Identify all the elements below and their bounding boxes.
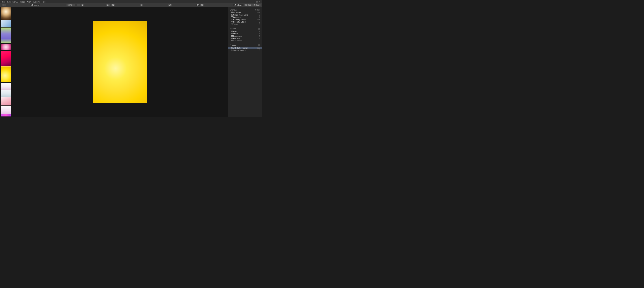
zoom-dropdown[interactable]: ▾: [73, 4, 75, 6]
trash-icon: [230, 23, 233, 25]
expand-arrow[interactable]: ▸: [229, 19, 230, 20]
menu-library[interactable]: Library: [12, 1, 19, 3]
expand-arrow[interactable]: ▸: [229, 50, 230, 51]
svg-rect-24: [231, 33, 232, 34]
album-item[interactable]: Macro1: [228, 32, 262, 35]
zoom-out-button[interactable]: [77, 4, 80, 6]
album-item[interactable]: Portraits4: [228, 37, 262, 39]
preview-toggle-button[interactable]: [106, 4, 110, 6]
main-image: [93, 21, 147, 103]
row-count: 1: [259, 30, 260, 32]
svg-rect-3: [197, 4, 198, 5]
shortcut-item[interactable]: ▸Recently Added345: [228, 18, 262, 21]
row-label: Favorites: [233, 16, 259, 18]
thumbnail[interactable]: [1, 97, 11, 106]
svg-point-21: [232, 21, 232, 22]
add-button[interactable]: [2, 4, 6, 6]
svg-rect-16: [232, 12, 232, 13]
thumbnail[interactable]: [1, 44, 11, 50]
menu-edit[interactable]: Edit: [6, 1, 12, 3]
expand-arrow[interactable]: ▸: [229, 12, 230, 13]
svg-point-10: [246, 5, 246, 5]
minimize-button[interactable]: —: [253, 1, 255, 3]
svg-rect-5: [197, 5, 198, 6]
add-folder-button[interactable]: +: [258, 44, 260, 46]
svg-point-9: [246, 4, 246, 5]
add-album-button[interactable]: +: [258, 28, 260, 30]
export-button[interactable]: [168, 4, 172, 6]
grid-icon: [197, 4, 199, 6]
share-icon: [169, 4, 171, 6]
looks-button[interactable]: Looks: [30, 4, 40, 6]
shortcut-item[interactable]: Favorites1: [228, 16, 262, 18]
image-icon: [230, 14, 233, 16]
albums-header: Albums +: [228, 27, 262, 30]
shortcut-item[interactable]: ▸All Photos345: [228, 11, 262, 14]
row-count: 345: [257, 12, 260, 13]
mode-edit[interactable]: Edit: [244, 4, 252, 6]
menubar: File Edit Library Image View Window Help…: [0, 0, 262, 3]
thumbnail[interactable]: [1, 7, 11, 20]
mode-info[interactable]: Info: [252, 4, 260, 6]
row-count: 6: [259, 49, 260, 51]
row-label: Landscape: [233, 35, 259, 37]
thumbnail[interactable]: [1, 51, 11, 66]
thumbnail[interactable]: [1, 83, 11, 90]
thumbnail[interactable]: [1, 106, 11, 114]
compare-button[interactable]: [111, 4, 115, 6]
album-item[interactable]: Birds1: [228, 30, 262, 32]
menu-file[interactable]: File: [1, 1, 6, 3]
menu-window[interactable]: Window: [32, 1, 41, 3]
folder-icon: [230, 47, 233, 49]
folder-icon: [230, 49, 233, 51]
album-icon: [230, 40, 233, 42]
thumbnail[interactable]: [1, 66, 11, 82]
row-label: Recently Added: [233, 18, 257, 20]
album-item[interactable]: New Album0: [228, 39, 262, 42]
zoom-in-button[interactable]: [80, 4, 84, 6]
album-icon: [230, 33, 233, 35]
library-icon: [234, 4, 236, 6]
folder-item[interactable]: ▸Sample Images6: [228, 49, 262, 51]
svg-rect-14: [232, 12, 232, 12]
expand-arrow[interactable]: ▸: [229, 47, 230, 49]
maximize-button[interactable]: ▢: [256, 1, 258, 3]
canvas[interactable]: [12, 7, 228, 117]
svg-rect-13: [231, 12, 232, 12]
toolbar: Looks 100% ▾: [0, 3, 262, 7]
sliders-icon: [245, 4, 247, 6]
svg-rect-23: [231, 31, 232, 32]
thumbnail[interactable]: [1, 20, 11, 27]
plus-icon: [3, 4, 5, 6]
thumbnail[interactable]: [1, 27, 11, 43]
single-view-button[interactable]: [200, 4, 204, 6]
menu-image[interactable]: Image: [19, 1, 26, 3]
row-count: 345: [257, 19, 260, 20]
folder-item[interactable]: ▸JPEGs for Tutorials339: [228, 47, 262, 49]
svg-rect-8: [234, 4, 236, 5]
row-label: Macro: [233, 33, 259, 35]
album-item[interactable]: Landscape2: [228, 35, 262, 37]
row-label: Trash: [233, 23, 259, 25]
svg-rect-6: [198, 5, 199, 6]
minus-icon: [78, 4, 80, 6]
row-label: Sample Images: [233, 49, 259, 51]
shortcut-item[interactable]: Single Image Edits2: [228, 14, 262, 16]
svg-point-22: [232, 22, 232, 22]
menu-view[interactable]: View: [26, 1, 32, 3]
crop-button[interactable]: [140, 4, 143, 6]
shortcut-item[interactable]: Recently Edited3: [228, 21, 262, 23]
mode-library[interactable]: Library: [233, 4, 244, 6]
window-controls: — ▢ ✕: [253, 1, 261, 3]
eye-icon: [107, 4, 109, 6]
library-panel: Shortcuts Select ▸All Photos345Single Im…: [228, 7, 262, 117]
zoom-level[interactable]: 100%: [66, 4, 73, 6]
filmstrip[interactable]: [0, 7, 12, 117]
grid-view-button[interactable]: [196, 4, 200, 6]
select-link[interactable]: Select: [255, 9, 260, 11]
shortcut-item[interactable]: Trash0: [228, 23, 262, 25]
close-button[interactable]: ✕: [259, 1, 260, 3]
thumbnail[interactable]: [1, 114, 11, 117]
thumbnail[interactable]: [1, 90, 11, 97]
menu-help[interactable]: Help: [41, 1, 46, 3]
